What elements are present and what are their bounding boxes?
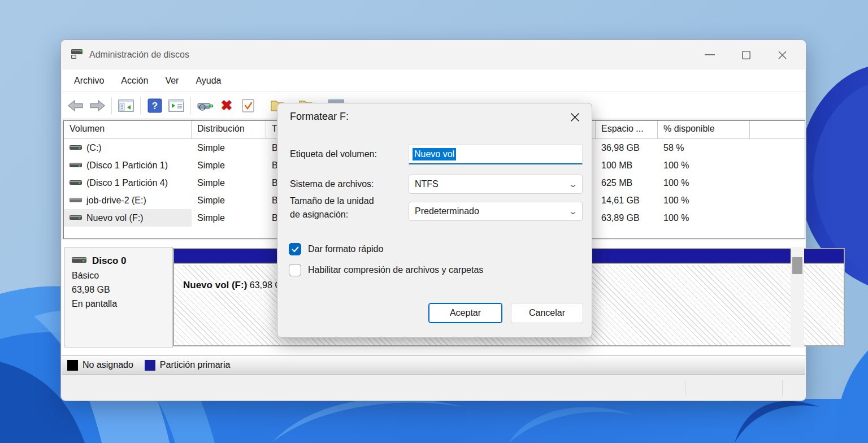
disk-icon xyxy=(72,256,86,266)
forward-arrow-icon[interactable] xyxy=(88,97,107,115)
quick-format-row: Dar formato rápido xyxy=(289,243,383,255)
back-arrow-icon[interactable] xyxy=(66,97,85,115)
legend-bar: No asignado Partición primaria xyxy=(62,355,805,375)
column-header-empty xyxy=(750,121,805,139)
drive-icon xyxy=(70,213,82,223)
dialog-close-icon[interactable] xyxy=(567,109,583,125)
column-header-espacio[interactable]: Espacio ... xyxy=(596,121,658,139)
close-button[interactable] xyxy=(764,44,800,66)
legend-label-primary: Partición primaria xyxy=(160,360,230,370)
legend-label-unallocated: No asignado xyxy=(83,360,133,370)
format-dialog: Formatear F: Etiqueta del volumen: Nuevo… xyxy=(277,103,592,338)
menu-ayuda[interactable]: Ayuda xyxy=(189,72,228,89)
legend-swatch-primary xyxy=(145,360,155,371)
menu-archivo[interactable]: Archivo xyxy=(67,72,111,89)
drive-properties-icon[interactable] xyxy=(196,97,215,115)
selected-text: Nuevo vol xyxy=(413,148,456,160)
check-task-icon[interactable] xyxy=(238,97,258,115)
alloc-unit-select[interactable]: Predeterminado ⌄ xyxy=(409,202,583,221)
alloc-field-label-line2: de asignación: xyxy=(290,210,348,220)
disk-management-app-icon xyxy=(70,48,84,62)
drive-icon xyxy=(70,143,82,153)
column-header-pct[interactable]: % disponible xyxy=(658,121,750,139)
drive-icon xyxy=(70,178,82,188)
column-header-volumen[interactable]: Volumen xyxy=(64,121,192,139)
quick-format-checkbox[interactable] xyxy=(289,243,301,255)
maximize-button[interactable] xyxy=(728,44,764,66)
column-header-distribucion[interactable]: Distribución xyxy=(192,121,266,139)
compression-row: Habilitar compresión de archivos y carpe… xyxy=(289,264,483,276)
accept-button[interactable]: Aceptar xyxy=(428,303,502,323)
minimize-button[interactable] xyxy=(692,44,728,66)
drive-icon xyxy=(70,196,82,206)
dialog-title: Formatear F: xyxy=(290,111,349,123)
toolbar-separator xyxy=(140,97,141,114)
alloc-field-label-line1: Tamaño de la unidad xyxy=(290,196,374,206)
svg-text:?: ? xyxy=(152,101,158,111)
scrollbar-thumb[interactable] xyxy=(792,257,802,274)
disk0-info-box[interactable]: Disco 0 Básico 63,98 GB En pantalla xyxy=(64,247,173,348)
help-icon[interactable]: ? xyxy=(145,97,164,115)
compression-checkbox[interactable] xyxy=(289,264,301,276)
action-pane-icon[interactable] xyxy=(167,97,186,115)
volume-block-title: Nuevo vol (F:) xyxy=(183,280,247,291)
volume-label-field-label: Etiqueta del volumen: xyxy=(290,149,377,159)
console-tree-icon[interactable] xyxy=(116,97,136,115)
vertical-scrollbar[interactable] xyxy=(791,247,804,348)
cancel-button[interactable]: Cancelar xyxy=(511,303,583,323)
delete-volume-icon[interactable]: ✖ xyxy=(217,97,236,115)
drive-icon xyxy=(70,160,82,171)
chevron-down-icon: ⌄ xyxy=(568,207,578,216)
legend-swatch-unallocated xyxy=(67,360,78,371)
menu-bar: Archivo Acción Ver Ayuda xyxy=(62,70,805,92)
window-title: Administración de discos xyxy=(89,50,189,60)
volume-label-input[interactable]: Nuevo vol xyxy=(409,144,583,164)
compression-label: Habilitar compresión de archivos y carpe… xyxy=(308,265,483,275)
menu-ver[interactable]: Ver xyxy=(158,72,185,89)
chevron-down-icon: ⌄ xyxy=(568,180,578,189)
status-bar xyxy=(62,376,805,400)
disk-size: 63,98 GB xyxy=(72,285,166,295)
statusbar-separator xyxy=(782,380,783,396)
filesystem-select[interactable]: NTFS ⌄ xyxy=(409,175,583,194)
disk-type: Básico xyxy=(72,271,166,281)
toolbar-separator xyxy=(111,97,112,114)
statusbar-separator xyxy=(685,380,685,396)
disk-name: Disco 0 xyxy=(92,255,126,267)
quick-format-label: Dar formato rápido xyxy=(308,244,383,254)
toolbar-separator xyxy=(190,97,191,114)
filesystem-field-label: Sistema de archivos: xyxy=(290,179,374,189)
disk-status: En pantalla xyxy=(72,299,166,309)
menu-accion[interactable]: Acción xyxy=(114,72,155,89)
title-bar: Administración de discos xyxy=(61,40,806,70)
